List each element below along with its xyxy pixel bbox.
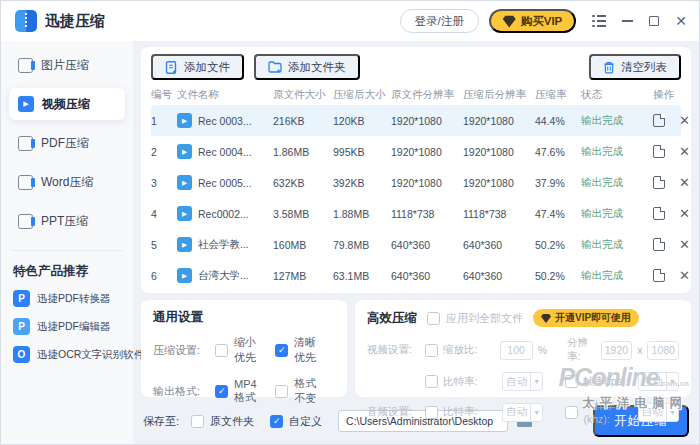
scale-option[interactable]: 缩放比: <box>425 343 500 357</box>
scale-checkbox[interactable] <box>425 344 438 357</box>
product-label: 迅捷PDF编辑器 <box>37 320 111 334</box>
table-row[interactable]: 2 ▶ Rec 0004... 1.86MB 995KB 1920*1080 1… <box>151 136 681 167</box>
sidebar-item[interactable]: ▶ Word压缩 <box>9 166 125 198</box>
sidebar-item[interactable]: ▶ PPT压缩 <box>9 205 125 237</box>
compress-option[interactable]: 缩小优先 <box>215 335 257 365</box>
compressed-resolution: 1118*738 <box>463 208 535 220</box>
clear-list-button[interactable]: 清空列表 <box>589 54 681 80</box>
remove-row-icon[interactable]: ✕ <box>679 238 690 251</box>
original-size: 160MB <box>273 239 333 251</box>
compression-ratio: 50.2% <box>535 270 581 282</box>
login-register-button[interactable]: 登录/注册 <box>400 9 479 33</box>
compressed-resolution: 1920*1080 <box>463 177 535 189</box>
scale-input[interactable]: 100 <box>500 341 533 360</box>
file-name: 台湾大学... <box>198 269 249 283</box>
sample-rate-select[interactable]: 自动▼ <box>638 403 679 422</box>
minimize-icon[interactable] <box>622 20 633 22</box>
original-folder-checkbox[interactable] <box>191 415 204 428</box>
apply-all-label: 应用到全部文件 <box>446 311 523 326</box>
video-play-icon: ▶ <box>177 268 192 283</box>
table-row[interactable]: 1 ▶ Rec 0003... 216KB 120KB 1920*1080 19… <box>151 105 681 136</box>
file-name: Rec 0005... <box>198 177 252 189</box>
format-option[interactable]: MP4格式 <box>215 378 257 405</box>
efficient-title: 高效压缩 <box>367 310 417 327</box>
video-bitrate-option[interactable]: 比特率: <box>425 375 502 389</box>
maximize-icon[interactable] <box>649 16 659 26</box>
video-bitrate-checkbox[interactable] <box>425 375 438 388</box>
checkbox[interactable] <box>215 385 228 398</box>
original-size: 632KB <box>273 177 333 189</box>
remove-row-icon[interactable]: ✕ <box>679 145 690 158</box>
sample-rate-checkbox[interactable] <box>565 406 578 419</box>
audio-bitrate-checkbox[interactable] <box>425 406 438 419</box>
file-name: 社会学教... <box>198 238 249 252</box>
product-item[interactable]: P 迅捷PDF转换器 <box>9 290 125 307</box>
sidebar-item[interactable]: ▶ PDF压缩 <box>9 127 125 159</box>
table-row[interactable]: 5 ▶ 社会学教... 160MB 79.8MB 640*360 640*360… <box>151 229 681 260</box>
table-row[interactable]: 4 ▶ Rec0002... 3.58MB 1.88MB 1118*738 11… <box>151 198 681 229</box>
original-size: 3.58MB <box>273 208 333 220</box>
table-row[interactable]: 6 ▶ 台湾大学... 127MB 63.1MB 640*360 640*360… <box>151 260 681 291</box>
open-file-location-icon[interactable] <box>653 207 665 220</box>
custom-checkbox[interactable] <box>270 415 283 428</box>
audio-bitrate-option[interactable]: 比特率: <box>425 405 502 419</box>
chevron-down-icon: ▼ <box>530 404 542 421</box>
open-file-location-icon[interactable] <box>653 176 665 189</box>
apply-all-option[interactable]: 应用到全部文件 <box>427 311 523 326</box>
product-item[interactable]: O 迅捷OCR文字识别软件 <box>9 346 125 363</box>
compressed-resolution: 1920*1080 <box>463 115 535 127</box>
fps-option[interactable]: 帧率(fps): <box>565 375 637 389</box>
format-option[interactable]: 格式不变 <box>275 376 317 406</box>
open-file-location-icon[interactable] <box>653 114 665 127</box>
apply-all-checkbox[interactable] <box>427 312 440 325</box>
resolution-height-input[interactable]: 1080 <box>647 341 679 360</box>
resolution-width-input[interactable]: 1920 <box>601 341 633 360</box>
table-row[interactable]: 3 ▶ Rec 0005... 632KB 392KB 1920*1080 19… <box>151 167 681 198</box>
video-bitrate-select[interactable]: 自动▼ <box>502 372 543 391</box>
row-operations: ✕ <box>641 207 690 220</box>
fps-select[interactable]: 自动▼ <box>638 372 679 391</box>
open-file-location-icon[interactable] <box>653 145 665 158</box>
remove-row-icon[interactable]: ✕ <box>679 114 690 127</box>
remove-row-icon[interactable]: ✕ <box>679 207 690 220</box>
table-toolbar: 添加文件 添加文件夹 清空列表 <box>151 54 681 80</box>
open-file-location-icon[interactable] <box>653 269 665 282</box>
audio-bitrate-label: 比特率: <box>443 405 477 419</box>
chevron-down-icon: ▼ <box>666 373 678 390</box>
compression-ratio: 37.9% <box>535 177 581 189</box>
option-label: 格式不变 <box>294 376 317 406</box>
remove-row-icon[interactable]: ✕ <box>679 269 690 282</box>
add-file-button[interactable]: 添加文件 <box>151 54 244 80</box>
general-settings-title: 通用设置 <box>153 309 335 326</box>
sidebar-item-label: PDF压缩 <box>41 135 89 152</box>
fps-checkbox[interactable] <box>565 375 578 388</box>
menu-icon[interactable] <box>592 15 606 27</box>
sidebar-item[interactable]: ▶ 图片压缩 <box>9 49 125 81</box>
status-text: 输出完成 <box>581 114 641 128</box>
audio-bitrate-select[interactable]: 自动▼ <box>502 403 543 422</box>
close-icon[interactable]: ✕ <box>675 14 687 28</box>
original-folder-option[interactable]: 原文件夹 <box>191 414 254 429</box>
add-folder-button[interactable]: 添加文件夹 <box>254 54 360 80</box>
open-file-location-icon[interactable] <box>653 238 665 251</box>
vip-unlock-badge[interactable]: 开通VIP即可使用 <box>533 309 639 327</box>
compress-option[interactable]: 清晰优先 <box>275 335 317 365</box>
status-text: 输出完成 <box>581 238 641 252</box>
original-resolution: 1920*1080 <box>391 146 463 158</box>
compressed-size: 1.88MB <box>333 208 391 220</box>
titlebar: 迅捷压缩 登录/注册 购买VIP ✕ <box>1 1 699 41</box>
scale-label: 缩放比: <box>443 343 477 357</box>
checkbox[interactable] <box>275 344 288 357</box>
product-item[interactable]: P 迅捷PDF编辑器 <box>9 318 125 335</box>
trash-icon <box>603 61 615 74</box>
checkbox[interactable] <box>275 385 288 398</box>
row-operations: ✕ <box>641 114 690 127</box>
checkbox[interactable] <box>215 344 228 357</box>
buy-vip-button[interactable]: 购买VIP <box>489 9 577 33</box>
custom-option[interactable]: 自定义 <box>270 414 322 429</box>
remove-row-icon[interactable]: ✕ <box>679 176 690 189</box>
original-resolution: 1118*738 <box>391 208 463 220</box>
sidebar-item[interactable]: ▶ 视频压缩 <box>9 88 125 120</box>
sample-rate-option[interactable]: 采样率(khz): <box>565 399 637 425</box>
chevron-down-icon: ▼ <box>666 404 678 421</box>
